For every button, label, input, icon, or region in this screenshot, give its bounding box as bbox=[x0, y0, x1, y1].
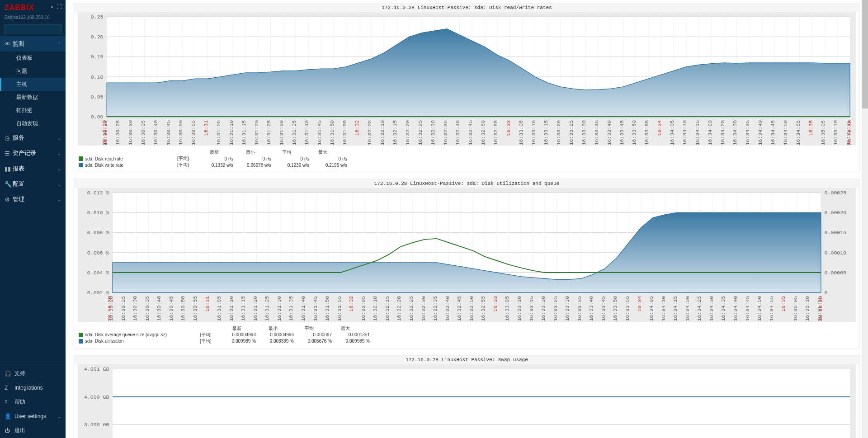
search-box[interactable]: 🔍 bbox=[4, 24, 62, 34]
fullscreen-icon[interactable]: ⛶ bbox=[57, 4, 62, 10]
svg-text:16:31:10: 16:31:10 bbox=[228, 120, 234, 146]
svg-text:16:34:30: 16:34:30 bbox=[732, 120, 738, 146]
svg-text:16:32:40: 16:32:40 bbox=[455, 120, 461, 146]
svg-text:16:31:25: 16:31:25 bbox=[264, 296, 270, 321]
nav-sub-maps[interactable]: 拓扑图 bbox=[0, 104, 66, 117]
svg-rect-277 bbox=[113, 369, 850, 438]
svg-text:16:33:35: 16:33:35 bbox=[594, 120, 599, 146]
svg-text:16:31:30: 16:31:30 bbox=[278, 120, 284, 146]
svg-text:16:32: 16:32 bbox=[348, 296, 354, 312]
chevron-down-icon: ⌄ bbox=[57, 414, 61, 419]
svg-text:16:32:10: 16:32:10 bbox=[372, 296, 378, 321]
svg-text:16:31:55: 16:31:55 bbox=[336, 296, 342, 321]
svg-text:16:35: 16:35 bbox=[780, 296, 786, 312]
svg-text:16:32:20: 16:32:20 bbox=[405, 120, 410, 146]
svg-text:0.00: 0.00 bbox=[91, 114, 104, 120]
svg-text:16:33:20: 16:33:20 bbox=[540, 296, 546, 321]
svg-text:16:31:10: 16:31:10 bbox=[228, 296, 234, 321]
svg-text:16:31:40: 16:31:40 bbox=[304, 120, 310, 146]
collapse-icon[interactable]: « bbox=[51, 4, 54, 10]
svg-text:16:35:10: 16:35:10 bbox=[833, 120, 839, 146]
svg-text:16:33: 16:33 bbox=[505, 120, 511, 136]
nav-sub-problems[interactable]: 问题 bbox=[0, 65, 66, 78]
svg-text:16:31:05: 16:31:05 bbox=[216, 296, 222, 321]
svg-text:16:34:30: 16:34:30 bbox=[708, 296, 714, 321]
nav-inventory[interactable]: ☰ 资产记录 ⌄ bbox=[0, 146, 66, 161]
svg-text:16:32:50: 16:32:50 bbox=[480, 120, 486, 146]
chart-title: 172.16.0.28 LinuxHost-Passive: sda: Disk… bbox=[74, 179, 859, 188]
svg-text:4.000 GB: 4.000 GB bbox=[84, 394, 109, 400]
svg-text:0.002 %: 0.002 % bbox=[87, 290, 109, 296]
svg-text:16:31:15: 16:31:15 bbox=[241, 120, 247, 146]
svg-text:16:32:40: 16:32:40 bbox=[444, 296, 450, 321]
main-content: 172.16.0.28 LinuxHost-Passive: sda: Disk… bbox=[66, 0, 868, 438]
svg-text:16:30:45: 16:30:45 bbox=[165, 120, 171, 146]
chevron-down-icon: ⌄ bbox=[57, 197, 61, 202]
scrollbar-thumb[interactable] bbox=[862, 0, 868, 108]
nav-reports[interactable]: ▮▮ 报表 ⌄ bbox=[0, 161, 66, 176]
svg-text:16:33:20: 16:33:20 bbox=[556, 120, 561, 146]
headphones-icon: 🎧 bbox=[5, 371, 14, 377]
svg-text:16:34:15: 16:34:15 bbox=[672, 296, 678, 321]
svg-text:16:31:25: 16:31:25 bbox=[266, 120, 272, 146]
svg-text:0.25: 0.25 bbox=[91, 14, 104, 20]
svg-text:16:35:05: 16:35:05 bbox=[793, 296, 798, 321]
chart-body[interactable]: 0.002 %0.004 %0.006 %0.008 %0.010 %0.012… bbox=[78, 188, 856, 321]
nav-services[interactable]: ◷ 服务 ⌄ bbox=[0, 130, 66, 146]
svg-text:16:33:40: 16:33:40 bbox=[606, 120, 612, 146]
nav-support[interactable]: 🎧 支持 bbox=[0, 366, 66, 381]
nav-admin[interactable]: ⚙ 管理 ⌄ bbox=[0, 192, 66, 207]
svg-text:16:34:45: 16:34:45 bbox=[770, 120, 776, 146]
svg-text:16:30:30: 16:30:30 bbox=[127, 120, 133, 146]
chevron-up-icon: ⌃ bbox=[57, 42, 61, 47]
svg-text:16:34:10: 16:34:10 bbox=[682, 120, 688, 146]
svg-text:16:34:45: 16:34:45 bbox=[745, 296, 750, 321]
svg-text:16:32:35: 16:32:35 bbox=[443, 120, 448, 146]
nav-logout[interactable]: ⏻ 退出 bbox=[0, 423, 66, 438]
svg-text:0.05: 0.05 bbox=[91, 94, 104, 100]
svg-text:16:33:50: 16:33:50 bbox=[612, 296, 618, 321]
legend-swatch-icon bbox=[79, 163, 83, 167]
svg-text:16:31:45: 16:31:45 bbox=[312, 296, 318, 321]
svg-text:16:33:30: 16:33:30 bbox=[581, 120, 587, 146]
svg-text:16:31:15: 16:31:15 bbox=[240, 296, 246, 321]
nav-config[interactable]: 🔧 配置 ⌄ bbox=[0, 176, 66, 192]
nav-monitoring[interactable]: 👁 监测 ⌃ bbox=[0, 36, 66, 52]
search-input[interactable] bbox=[7, 27, 69, 32]
svg-text:16:32:15: 16:32:15 bbox=[392, 120, 398, 146]
wrench-icon: 🔧 bbox=[5, 181, 13, 188]
svg-text:0.00015: 0.00015 bbox=[825, 230, 847, 236]
nav-help[interactable]: ? 帮助 bbox=[0, 395, 66, 410]
svg-text:16:32: 16:32 bbox=[354, 120, 360, 136]
clock-icon: ◷ bbox=[5, 135, 13, 141]
nav-integrations[interactable]: Z Integrations bbox=[0, 381, 66, 395]
nav-sub-dashboard[interactable]: 仪表板 bbox=[0, 52, 66, 65]
svg-text:16:30:50: 16:30:50 bbox=[178, 120, 184, 146]
power-icon: ⏻ bbox=[5, 428, 14, 434]
svg-text:0.012 %: 0.012 % bbox=[87, 190, 109, 196]
scrollbar[interactable] bbox=[862, 0, 868, 438]
svg-text:16:33:30: 16:33:30 bbox=[564, 296, 570, 321]
svg-text:16:33:25: 16:33:25 bbox=[552, 296, 558, 321]
bar-chart-icon: ▮▮ bbox=[5, 165, 13, 172]
chart-title: 172.16.0.28 LinuxHost-Passive: Swap usag… bbox=[74, 355, 859, 364]
legend-row: sda: Disk utilization [平均] 0.009989 % 0.… bbox=[79, 338, 855, 344]
svg-text:16:31:45: 16:31:45 bbox=[316, 120, 322, 146]
svg-text:0.00010: 0.00010 bbox=[825, 250, 847, 256]
svg-text:16:34:35: 16:34:35 bbox=[745, 120, 750, 146]
svg-text:16:31:05: 16:31:05 bbox=[216, 120, 222, 146]
chart-body[interactable]: 3.998 GB3.999 GB4.000 GB4.001 GB bbox=[78, 364, 856, 438]
chart-body[interactable]: 0.000.050.100.150.200.2516:30:2016:30:25… bbox=[78, 12, 856, 146]
svg-text:16:32:05: 16:32:05 bbox=[367, 120, 373, 146]
svg-text:16:33:05: 16:33:05 bbox=[518, 120, 524, 146]
nav-sub-latest[interactable]: 最新数据 bbox=[0, 91, 66, 104]
nav-sub-hosts[interactable]: 主机 bbox=[0, 78, 66, 91]
nav-sub-discovery[interactable]: 自动发现 bbox=[0, 117, 66, 130]
svg-text:0.20: 0.20 bbox=[91, 34, 104, 40]
svg-text:16:34:55: 16:34:55 bbox=[769, 296, 774, 321]
svg-text:16:31:40: 16:31:40 bbox=[300, 296, 306, 321]
svg-text:16:32:30: 16:32:30 bbox=[430, 120, 436, 146]
svg-text:16:32:05: 16:32:05 bbox=[360, 296, 366, 321]
legend-swatch-icon bbox=[79, 339, 83, 344]
nav-user[interactable]: 👤 User settings ⌄ bbox=[0, 410, 66, 423]
